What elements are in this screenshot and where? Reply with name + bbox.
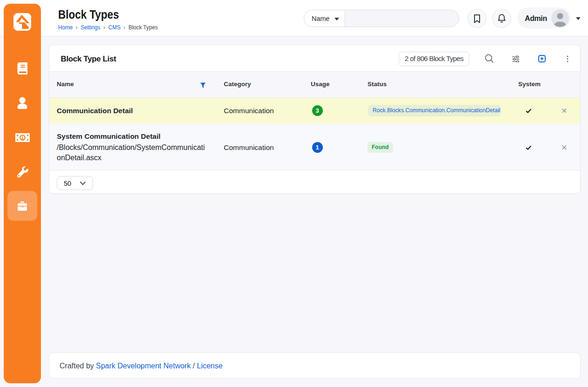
svg-text:1: 1 bbox=[21, 135, 24, 140]
